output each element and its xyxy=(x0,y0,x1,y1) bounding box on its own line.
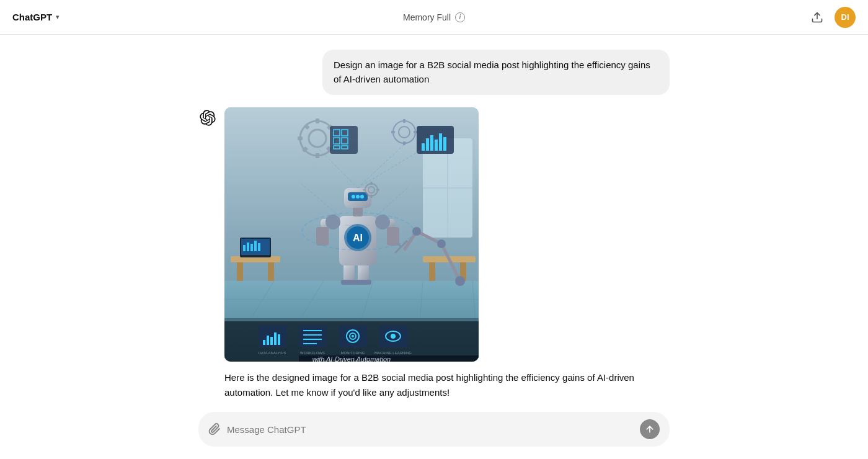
generated-image[interactable]: AI xyxy=(224,107,479,362)
svg-point-88 xyxy=(360,195,364,198)
svg-point-87 xyxy=(356,195,360,198)
svg-rect-108 xyxy=(267,336,269,345)
svg-rect-83 xyxy=(353,207,363,216)
attach-icon[interactable] xyxy=(208,423,221,435)
user-message-row: Design an image for a B2B social media p… xyxy=(198,50,670,95)
svg-point-81 xyxy=(326,215,340,230)
svg-rect-80 xyxy=(387,227,399,246)
svg-rect-129 xyxy=(224,318,479,321)
chevron-down-icon: ▾ xyxy=(56,13,60,21)
svg-rect-91 xyxy=(371,182,373,185)
svg-rect-22 xyxy=(254,241,257,251)
send-button[interactable] xyxy=(640,419,660,439)
user-bubble: Design an image for a B2B social media p… xyxy=(322,50,670,95)
svg-rect-48 xyxy=(403,119,405,123)
svg-text:AI: AI xyxy=(353,233,363,243)
svg-point-82 xyxy=(375,215,390,230)
svg-rect-56 xyxy=(435,140,438,151)
svg-rect-69 xyxy=(355,280,371,285)
chatgpt-logo-icon xyxy=(198,109,217,127)
user-avatar[interactable]: DI xyxy=(835,7,856,28)
chat-inner: Design an image for a B2B social media p… xyxy=(198,50,670,400)
svg-rect-107 xyxy=(263,340,265,345)
app-title-button[interactable]: ChatGPT ▾ xyxy=(12,12,60,22)
svg-rect-15 xyxy=(237,262,243,281)
assistant-content: AI xyxy=(224,107,670,400)
svg-rect-110 xyxy=(274,332,277,345)
svg-text:MACHINE LEARNING: MACHINE LEARNING xyxy=(374,351,412,355)
svg-rect-109 xyxy=(270,337,273,345)
svg-rect-41 xyxy=(298,136,303,140)
svg-rect-111 xyxy=(278,334,280,345)
svg-rect-51 xyxy=(391,131,395,133)
assistant-response-text: Here is the designed image for a B2B soc… xyxy=(224,370,670,400)
memory-info-icon[interactable]: i xyxy=(455,12,465,22)
svg-text:MONITORING: MONITORING xyxy=(341,351,365,355)
svg-rect-19 xyxy=(243,245,246,251)
svg-rect-79 xyxy=(316,227,329,246)
svg-rect-68 xyxy=(341,280,357,285)
svg-text:DATA ANALYSIS: DATA ANALYSIS xyxy=(258,351,286,355)
input-area xyxy=(0,404,868,459)
app-header: ChatGPT ▾ Memory Full i DI xyxy=(0,0,868,35)
svg-point-86 xyxy=(352,195,355,198)
svg-point-126 xyxy=(391,334,396,339)
share-upload-button[interactable] xyxy=(807,7,827,27)
svg-rect-39 xyxy=(316,153,319,158)
svg-rect-21 xyxy=(250,244,253,251)
svg-point-122 xyxy=(352,335,354,337)
message-input[interactable] xyxy=(227,424,634,435)
svg-rect-54 xyxy=(426,138,429,151)
svg-rect-58 xyxy=(443,137,446,151)
header-center: Memory Full i xyxy=(403,12,465,22)
svg-text:with AI-Driven Automation: with AI-Driven Automation xyxy=(312,355,391,362)
memory-full-label: Memory Full xyxy=(403,12,451,22)
app-name: ChatGPT xyxy=(12,12,52,22)
svg-rect-93 xyxy=(376,189,379,191)
svg-rect-57 xyxy=(439,133,442,151)
chat-area: Design an image for a B2B social media p… xyxy=(0,35,868,404)
user-message-text: Design an image for a B2B social media p… xyxy=(334,60,650,84)
assistant-message-row: AI xyxy=(198,107,670,400)
svg-text:WORKFLOWS: WORKFLOWS xyxy=(300,351,325,355)
svg-rect-20 xyxy=(247,243,249,251)
svg-rect-92 xyxy=(371,195,373,198)
svg-point-30 xyxy=(455,276,465,286)
svg-rect-23 xyxy=(258,243,260,251)
svg-rect-38 xyxy=(316,118,319,123)
svg-rect-16 xyxy=(268,262,274,281)
svg-point-31 xyxy=(437,239,446,248)
svg-rect-49 xyxy=(403,141,405,145)
header-right: DI xyxy=(807,7,856,28)
svg-rect-25 xyxy=(429,262,435,281)
svg-rect-94 xyxy=(363,189,366,191)
message-input-box xyxy=(198,412,670,447)
